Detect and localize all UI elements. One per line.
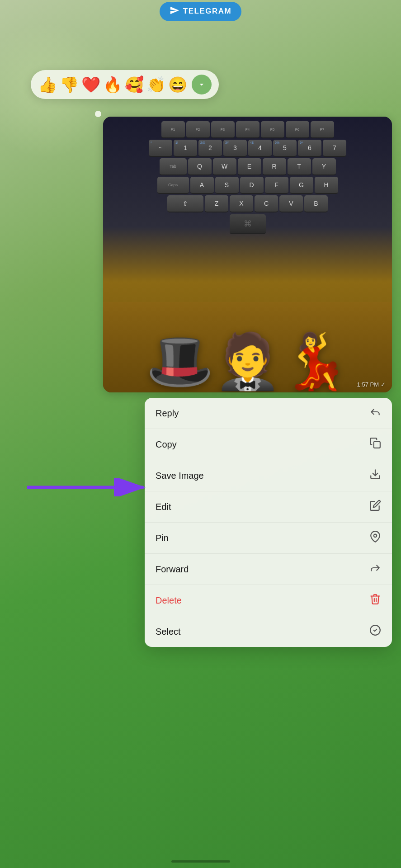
save-image-icon [369, 468, 381, 483]
emoji-clap[interactable]: 👏 [146, 77, 165, 92]
menu-item-reply[interactable]: Reply [145, 398, 392, 429]
context-menu: Reply Copy Save Image Edit [145, 398, 392, 647]
telegram-logo: TELEGRAM [160, 2, 241, 21]
menu-reply-label: Reply [156, 408, 179, 419]
home-indicator [171, 860, 230, 863]
forward-icon [369, 562, 381, 576]
menu-item-pin[interactable]: Pin [145, 523, 392, 554]
menu-item-forward[interactable]: Forward [145, 554, 392, 585]
message-bubble: F1 F2 F3 F4 F5 F6 F7 *~ 1!1 2@2 3#3 4$4 … [103, 117, 392, 392]
copy-icon [369, 437, 381, 452]
reply-icon [369, 406, 381, 420]
telegram-plane-icon [170, 5, 179, 18]
emoji-thumbsdown[interactable]: 👎 [60, 77, 79, 92]
emoji-heart[interactable]: ❤️ [81, 77, 100, 92]
svg-point-4 [374, 534, 377, 538]
svg-rect-2 [374, 442, 380, 448]
bubble-tail [95, 111, 101, 117]
telegram-label: TELEGRAM [183, 7, 231, 16]
menu-copy-label: Copy [156, 439, 177, 450]
keyboard-visual: F1 F2 F3 F4 F5 F6 F7 *~ 1!1 2@2 3#3 4$4 … [103, 117, 392, 240]
menu-select-label: Select [156, 627, 181, 637]
checkmark-icon: ✓ [381, 381, 386, 388]
chevron-down-icon [197, 80, 206, 89]
message-timestamp: 1:57 PM ✓ [357, 381, 386, 388]
time-text: 1:57 PM [357, 381, 379, 388]
edit-icon [369, 500, 381, 514]
pin-icon [369, 531, 381, 545]
delete-icon [369, 593, 381, 608]
menu-pin-label: Pin [156, 533, 169, 543]
menu-forward-label: Forward [156, 564, 189, 575]
menu-item-save-image[interactable]: Save Image [145, 460, 392, 491]
menu-item-delete[interactable]: Delete [145, 585, 392, 616]
sticker-overlay: 🎩🤵💃 [103, 248, 392, 392]
emoji-fire[interactable]: 🔥 [103, 77, 122, 92]
emoji-expand-button[interactable] [192, 75, 212, 94]
purple-arrow-svg [27, 478, 149, 496]
emoji-reaction-bar: 👍 👎 ❤️ 🔥 🥰 👏 😄 [31, 70, 219, 99]
menu-edit-label: Edit [156, 502, 171, 512]
emoji-grin[interactable]: 😄 [168, 77, 187, 92]
select-icon [369, 624, 381, 639]
menu-delete-label: Delete [156, 595, 182, 606]
arrow-annotation [27, 478, 149, 496]
menu-save-image-label: Save Image [156, 471, 204, 481]
message-image[interactable]: F1 F2 F3 F4 F5 F6 F7 *~ 1!1 2@2 3#3 4$4 … [103, 117, 392, 392]
emoji-love[interactable]: 🥰 [125, 77, 144, 92]
emoji-thumbsup[interactable]: 👍 [38, 77, 57, 92]
menu-item-select[interactable]: Select [145, 616, 392, 647]
menu-item-edit[interactable]: Edit [145, 491, 392, 523]
menu-item-copy[interactable]: Copy [145, 429, 392, 460]
status-bar: TELEGRAM [0, 0, 401, 23]
